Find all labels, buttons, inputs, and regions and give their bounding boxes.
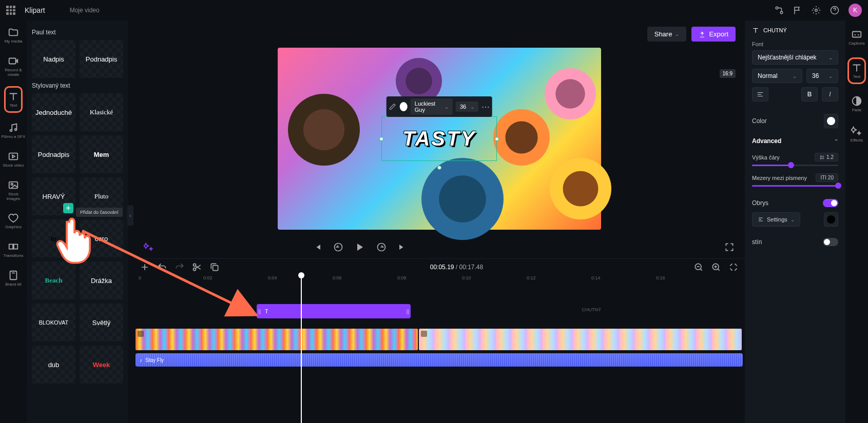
preset-tile[interactable]: Mem <box>80 135 123 173</box>
rail-record[interactable]: Record & create <box>0 53 27 79</box>
font-size-select[interactable]: 36⌄ <box>806 69 838 83</box>
rail-text[interactable]: Text <box>4 86 23 113</box>
more-icon[interactable]: ⋯ <box>481 102 490 112</box>
rewind-icon[interactable] <box>333 242 343 252</box>
preset-tile[interactable]: Světlý <box>80 304 123 341</box>
add-icon[interactable]: + <box>63 203 73 213</box>
letter-spacing-slider[interactable] <box>752 185 838 187</box>
svg-rect-7 <box>9 153 18 160</box>
preset-tile[interactable]: Week <box>80 346 123 384</box>
collapse-panel-button[interactable]: ‹ <box>127 205 133 226</box>
size-select[interactable]: 36⌄ <box>456 102 478 112</box>
color-picker-button[interactable] <box>824 114 838 128</box>
rotate-handle[interactable] <box>437 166 441 170</box>
export-button[interactable]: Export <box>691 27 736 42</box>
preset-tile-hravy[interactable]: HRAVÝ+ <box>32 177 75 215</box>
mute-icon[interactable] <box>138 331 144 337</box>
props-label: stín <box>752 238 762 246</box>
props-label: Obrys <box>752 199 768 207</box>
rail-audio[interactable]: Pižmo a SFX <box>1 120 27 142</box>
props-label: Font <box>752 41 838 47</box>
aspect-ratio-badge[interactable]: 16:9 <box>720 69 736 78</box>
color-swatch[interactable] <box>400 102 408 111</box>
font-select[interactable]: Luckiest Guy⌄ <box>411 98 453 115</box>
app-launcher-icon[interactable] <box>6 6 15 15</box>
line-height-value[interactable]: 1.2 <box>815 153 838 162</box>
graph-icon[interactable] <box>775 6 784 15</box>
video-track[interactable] <box>136 329 743 350</box>
preset-tile[interactable]: Klasické <box>80 93 123 131</box>
svg-rect-17 <box>213 266 218 271</box>
rail-captions[interactable]: Captions <box>847 27 866 48</box>
rail-text-props[interactable]: Text <box>847 57 866 84</box>
svg-rect-10 <box>9 245 13 249</box>
preset-tile[interactable]: Podnadpis <box>80 40 123 78</box>
annotation-hand-icon <box>54 215 95 269</box>
floating-text-toolbar: Luckiest Guy⌄ 36⌄ ⋯ <box>386 96 492 117</box>
timeline: 00:05.19 / 00:17.48 0 0:02 0:04 0:06 0:0… <box>133 258 745 423</box>
rail-brand-kit[interactable]: Brand kit <box>4 268 23 289</box>
shadow-toggle[interactable] <box>823 238 838 246</box>
resize-handle-right[interactable] <box>495 137 499 141</box>
audio-track[interactable]: ♪ Stay Fly <box>136 353 743 367</box>
letter-spacing-value[interactable]: ITI 20 <box>816 173 838 182</box>
outline-toggle[interactable] <box>823 199 838 207</box>
resize-handle-left[interactable] <box>379 137 383 141</box>
player-controls <box>133 236 745 258</box>
italic-button[interactable]: I <box>822 87 838 102</box>
copy-icon[interactable] <box>209 262 220 272</box>
rail-fade[interactable]: Fade <box>850 93 863 115</box>
magic-icon[interactable] <box>144 242 154 252</box>
rail-graphics[interactable]: Graphics <box>4 210 23 232</box>
split-icon[interactable] <box>192 262 202 272</box>
undo-icon[interactable] <box>157 262 167 272</box>
avatar[interactable]: K <box>848 4 862 17</box>
preset-tile[interactable]: Nadpis <box>32 40 75 78</box>
fit-icon[interactable] <box>728 262 739 272</box>
properties-panel: CHUTNÝ Font Nejšťastnější chlápek⌄ Norma… <box>745 21 845 423</box>
rail-my-media[interactable]: My media <box>4 25 24 46</box>
video-preview[interactable]: Luckiest Guy⌄ 36⌄ ⋯ TASTY <box>278 48 601 230</box>
play-icon[interactable] <box>354 241 366 253</box>
font-family-select[interactable]: Nejšťastnější chlápek⌄ <box>752 50 838 65</box>
mute-icon[interactable] <box>421 331 427 337</box>
timeline-ruler[interactable]: 0 0:02 0:04 0:06 0:08 0:10 0:12 0:14 0:1… <box>133 275 745 286</box>
props-label: Mezery mezi písmeny <box>752 175 807 181</box>
font-weight-select[interactable]: Normal⌄ <box>752 69 802 83</box>
text-element[interactable]: Luckiest Guy⌄ 36⌄ ⋯ TASTY <box>381 116 497 161</box>
help-icon[interactable] <box>830 6 839 15</box>
preset-tile[interactable]: Jednoduché <box>32 93 75 131</box>
text-content[interactable]: TASTY <box>402 127 476 150</box>
flag-icon[interactable] <box>793 6 802 15</box>
clip-label: CHUTNÝ <box>582 307 602 312</box>
forward-icon[interactable] <box>376 242 387 252</box>
edit-icon[interactable] <box>388 102 397 112</box>
text-clip[interactable]: T <box>257 304 411 318</box>
project-name[interactable]: Moje video <box>70 7 100 14</box>
share-button[interactable]: Share⌄ <box>647 27 687 42</box>
gear-icon[interactable] <box>812 6 821 15</box>
rail-effects[interactable]: Effects <box>850 124 864 145</box>
preset-tile[interactable]: dub <box>32 346 75 384</box>
outline-settings-button[interactable]: Settings⌄ <box>752 212 800 227</box>
add-track-icon[interactable] <box>140 262 150 272</box>
next-icon[interactable] <box>397 242 407 252</box>
rail-stock-images[interactable]: Stock images <box>0 177 27 204</box>
outline-color-button[interactable] <box>824 212 838 227</box>
rail-stock-video[interactable]: Stock video <box>2 149 25 170</box>
fullscreen-icon[interactable] <box>724 242 735 252</box>
svg-rect-11 <box>14 245 17 249</box>
redo-icon[interactable] <box>175 262 185 272</box>
zoom-out-icon[interactable] <box>693 262 704 272</box>
timecode: 00:05.19 / 00:17.48 <box>430 264 483 271</box>
bold-button[interactable]: B <box>801 87 818 102</box>
prev-icon[interactable] <box>313 242 323 252</box>
playhead[interactable] <box>301 275 302 423</box>
preset-tile[interactable]: BLOKOVAT <box>32 304 75 341</box>
preset-tile[interactable]: Podnadpis <box>32 135 75 173</box>
rail-transitions[interactable]: Transitions <box>3 239 25 260</box>
align-button[interactable] <box>752 87 768 102</box>
advanced-section-toggle[interactable]: Advanced⌃ <box>752 133 838 149</box>
zoom-in-icon[interactable] <box>711 262 721 272</box>
line-height-slider[interactable] <box>752 165 838 166</box>
